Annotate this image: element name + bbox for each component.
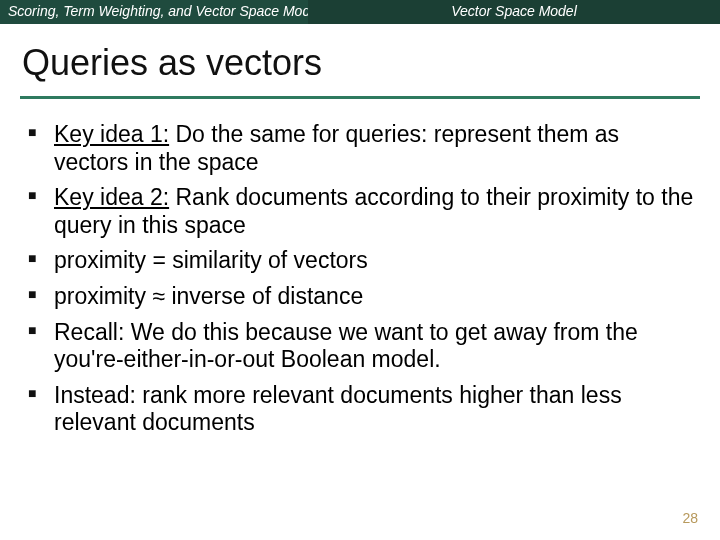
header-left: Scoring, Term Weighting, and Vector Spac…: [0, 0, 308, 24]
bullet-lead: Key idea 1:: [54, 121, 169, 147]
header-bar: Scoring, Term Weighting, and Vector Spac…: [0, 0, 720, 24]
bullet-item: Instead: rank more relevant documents hi…: [28, 382, 698, 437]
bullet-text: proximity = similarity of vectors: [54, 247, 368, 273]
bullet-list: Key idea 1: Do the same for queries: rep…: [28, 121, 698, 437]
slide-title: Queries as vectors: [22, 42, 698, 84]
page-number: 28: [682, 510, 698, 526]
bullet-text: Recall: We do this because we want to ge…: [54, 319, 638, 373]
slide: Scoring, Term Weighting, and Vector Spac…: [0, 0, 720, 540]
bullet-item: Key idea 2: Rank documents according to …: [28, 184, 698, 239]
bullet-item: proximity ≈ inverse of distance: [28, 283, 698, 311]
content-area: Key idea 1: Do the same for queries: rep…: [0, 99, 720, 437]
bullet-item: Key idea 1: Do the same for queries: rep…: [28, 121, 698, 176]
bullet-item: Recall: We do this because we want to ge…: [28, 319, 698, 374]
bullet-text: Instead: rank more relevant documents hi…: [54, 382, 622, 436]
bullet-item: proximity = similarity of vectors: [28, 247, 698, 275]
header-right: Vector Space Model: [308, 0, 720, 24]
title-wrap: Queries as vectors: [0, 24, 720, 90]
bullet-lead: Key idea 2:: [54, 184, 169, 210]
bullet-text: proximity ≈ inverse of distance: [54, 283, 363, 309]
